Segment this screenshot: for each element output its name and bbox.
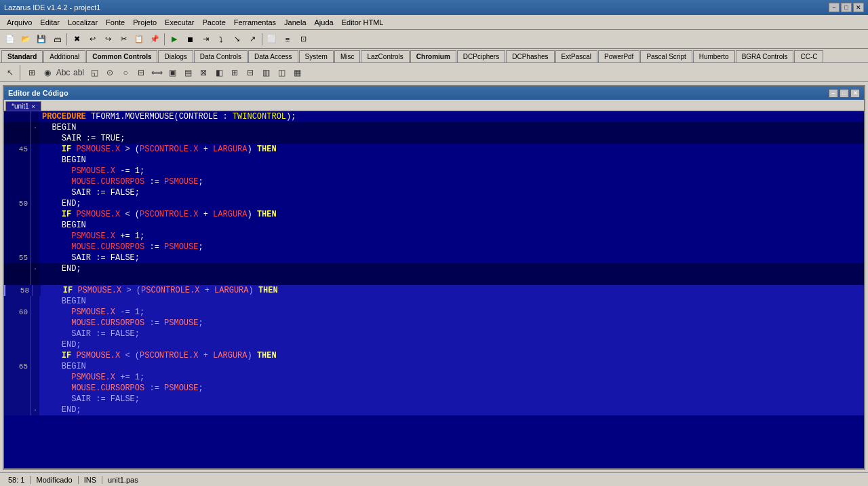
- view-units-button[interactable]: ≡: [280, 32, 295, 47]
- close-button[interactable]: ✕: [853, 3, 864, 12]
- tab-lazcontrols[interactable]: LazControls: [361, 50, 409, 62]
- run-to-button[interactable]: ↗: [245, 32, 260, 47]
- comp-icon-11[interactable]: ▤: [180, 65, 195, 80]
- comp-icon-7[interactable]: ○: [118, 65, 133, 80]
- comp-icon-6[interactable]: ⊙: [102, 65, 117, 80]
- tab-extpascal[interactable]: ExtPascal: [555, 50, 597, 62]
- tab-humberto[interactable]: Humberto: [693, 50, 735, 62]
- panel-maximize-button[interactable]: □: [840, 89, 849, 98]
- tab-common-controls[interactable]: Common Controls: [86, 50, 157, 62]
- line-num-if3: [4, 350, 31, 361]
- comp-icon-3[interactable]: Abc: [56, 65, 71, 80]
- indicator-sair2: [31, 187, 39, 198]
- tab-data-access[interactable]: Data Access: [248, 50, 298, 62]
- menu-ferramentas[interactable]: Ferramentas: [230, 17, 280, 28]
- toggle-form-button[interactable]: ⬜: [264, 32, 279, 47]
- comp-icon-13[interactable]: ◧: [212, 65, 226, 80]
- undo-button[interactable]: ↩: [85, 32, 100, 47]
- run-button[interactable]: ▶: [167, 32, 182, 47]
- comp-icon-4[interactable]: abl: [71, 65, 86, 80]
- indicator-if2: [31, 209, 39, 220]
- code-line-cursor4: MOUSE.CURSORPOS := PSMOUSE;: [4, 383, 864, 394]
- comp-icon-8[interactable]: ⊟: [134, 65, 149, 80]
- save-all-button[interactable]: 🗃: [50, 32, 64, 47]
- step-button[interactable]: ⇥: [198, 32, 213, 47]
- code-tab-close[interactable]: ×: [32, 103, 35, 110]
- code-content-45: IF PSMOUSE.X > (PSCONTROLE.X + LARGURA) …: [39, 144, 277, 155]
- indicator-sair4: [31, 394, 39, 405]
- code-content-dec1: PSMOUSE.X -= 1;: [39, 166, 144, 176]
- menu-janela[interactable]: Janela: [280, 17, 310, 28]
- tab-standard[interactable]: Standard: [1, 50, 43, 62]
- step-over-button[interactable]: ⤵: [214, 32, 229, 47]
- menu-pacote[interactable]: Pacote: [199, 17, 230, 28]
- comp-icon-9[interactable]: ⟺: [149, 65, 164, 80]
- maximize-button[interactable]: □: [841, 3, 852, 12]
- close-unit-button[interactable]: ✖: [69, 32, 84, 47]
- comp-icon-5[interactable]: ◱: [87, 65, 102, 80]
- tab-data-controls[interactable]: Data Controls: [194, 50, 248, 62]
- new-button[interactable]: 📄: [3, 32, 18, 47]
- stop-button[interactable]: ⏹: [182, 32, 197, 47]
- indicator-dec1: [31, 166, 39, 176]
- copy-button[interactable]: 📋: [132, 32, 146, 47]
- minimize-button[interactable]: −: [829, 3, 840, 12]
- code-line-if2: IF PSMOUSE.X < (PSCONTROLE.X + LARGURA) …: [4, 209, 864, 220]
- tab-chromium[interactable]: Chromium: [410, 50, 456, 62]
- indicator-end1: ·: [31, 263, 39, 274]
- tab-additional[interactable]: Additional: [43, 50, 85, 62]
- comp-icon-12[interactable]: ⊠: [196, 65, 211, 80]
- code-line-sair1: SAIR := TRUE;: [4, 133, 864, 144]
- tab-bgra-controls[interactable]: BGRA Controls: [736, 50, 794, 62]
- code-content-sair4: SAIR := FALSE;: [39, 394, 140, 405]
- code-content-inc1: PSMOUSE.X += 1;: [39, 231, 144, 242]
- cut-button[interactable]: ✂: [116, 32, 131, 47]
- status-bar: 58: 1 Modificado INS unit1.pas: [0, 472, 868, 486]
- tab-cc-c[interactable]: CC-C: [794, 50, 823, 62]
- menu-ajuda[interactable]: Ajuda: [311, 17, 338, 28]
- menu-localizar[interactable]: Localizar: [64, 17, 102, 28]
- view-forms-button[interactable]: ⊡: [296, 32, 311, 47]
- redo-button[interactable]: ↪: [100, 32, 115, 47]
- tab-dcphashes[interactable]: DCPhashes: [506, 50, 554, 62]
- panel-close-button[interactable]: ✕: [850, 89, 860, 98]
- tab-powerpdf[interactable]: PowerPdf: [598, 50, 639, 62]
- comp-icon-2[interactable]: ◉: [40, 65, 55, 80]
- menu-bar: Arquivo Editar Localizar Fonte Projeto E…: [0, 15, 868, 30]
- editor-panel: Editor de Código − □ ✕ *unit1 ×: [3, 85, 865, 470]
- menu-editar[interactable]: Editar: [36, 17, 64, 28]
- menu-editor-html[interactable]: Editor HTML: [338, 17, 388, 28]
- indicator-sair3: [31, 329, 39, 339]
- comp-icon-1[interactable]: ⊞: [24, 65, 39, 80]
- toolbar-separator-1: [66, 33, 67, 45]
- menu-executar[interactable]: Executar: [161, 17, 198, 28]
- comp-icon-10[interactable]: ▣: [165, 65, 180, 80]
- paste-button[interactable]: 📌: [147, 32, 162, 47]
- code-line-proc: PROCEDURE TFORM1.MOVERMOUSE(CONTROLE : T…: [4, 111, 864, 122]
- tab-misc[interactable]: Misc: [334, 50, 361, 62]
- comp-icon-16[interactable]: ▥: [258, 65, 273, 80]
- status-filename: unit1.pas: [102, 476, 144, 484]
- comp-icon-14[interactable]: ⊞: [227, 65, 242, 80]
- pointer-icon[interactable]: ↖: [3, 65, 18, 80]
- menu-fonte[interactable]: Fonte: [102, 17, 129, 28]
- menu-projeto[interactable]: Projeto: [129, 17, 161, 28]
- tab-pascal-script[interactable]: Pascal Script: [640, 50, 692, 62]
- code-content-if3: IF PSMOUSE.X < (PSCONTROLE.X + LARGURA) …: [39, 350, 277, 361]
- comp-icon-18[interactable]: ▦: [290, 65, 304, 80]
- open-button[interactable]: 📂: [18, 32, 33, 47]
- code-content-cursor1: MOUSE.CURSORPOS := PSMOUSE;: [39, 176, 203, 187]
- code-line-cursor3: MOUSE.CURSORPOS := PSMOUSE;: [4, 318, 864, 329]
- comp-icon-15[interactable]: ⊟: [243, 65, 258, 80]
- code-editor[interactable]: PROCEDURE TFORM1.MOVERMOUSE(CONTROLE : T…: [4, 111, 864, 468]
- save-button[interactable]: 💾: [34, 32, 49, 47]
- tab-dialogs[interactable]: Dialogs: [158, 50, 193, 62]
- panel-minimize-button[interactable]: −: [829, 89, 838, 98]
- tab-dcpciphers[interactable]: DCPciphers: [457, 50, 505, 62]
- code-tab-unit1[interactable]: *unit1 ×: [5, 101, 41, 111]
- menu-arquivo[interactable]: Arquivo: [3, 17, 36, 28]
- trace-button[interactable]: ↘: [229, 32, 244, 47]
- line-num-begin4: [4, 296, 31, 307]
- tab-system[interactable]: System: [299, 50, 334, 62]
- comp-icon-17[interactable]: ◫: [274, 65, 289, 80]
